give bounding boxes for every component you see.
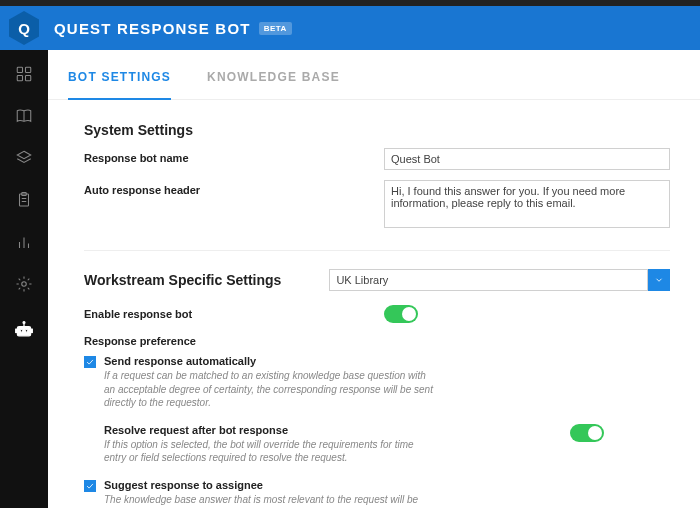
dashboard-icon[interactable] xyxy=(14,64,34,84)
tab-bot-settings[interactable]: BOT SETTINGS xyxy=(68,66,171,100)
svg-point-6 xyxy=(22,282,27,287)
main-panel: BOT SETTINGS KNOWLEDGE BASE System Setti… xyxy=(48,50,700,508)
tab-knowledge-base[interactable]: KNOWLEDGE BASE xyxy=(207,66,340,99)
resolve-toggle[interactable] xyxy=(570,424,604,442)
suggest-desc: The knowledge base answer that is most r… xyxy=(104,493,434,509)
svg-point-8 xyxy=(20,330,23,333)
workstream-selected: UK Library xyxy=(329,269,648,291)
clipboard-icon[interactable] xyxy=(14,190,34,210)
svg-rect-3 xyxy=(26,76,31,81)
send-auto-desc: If a request can be matched to an existi… xyxy=(104,369,434,410)
svg-rect-11 xyxy=(16,329,18,332)
send-auto-title: Send response automatically xyxy=(104,355,570,367)
svg-rect-12 xyxy=(31,329,33,332)
auto-header-label: Auto response header xyxy=(84,180,384,196)
svg-point-9 xyxy=(25,330,28,333)
auto-header-textarea[interactable] xyxy=(384,180,670,228)
sidebar xyxy=(0,50,48,508)
bot-icon[interactable] xyxy=(14,320,34,340)
svg-rect-1 xyxy=(26,67,31,72)
chart-icon[interactable] xyxy=(14,232,34,252)
svg-rect-0 xyxy=(17,67,22,72)
svg-rect-7 xyxy=(17,327,30,336)
resolve-title: Resolve request after bot response xyxy=(104,424,570,436)
svg-point-10 xyxy=(23,322,25,324)
bot-name-input[interactable] xyxy=(384,148,670,170)
tabs: BOT SETTINGS KNOWLEDGE BASE xyxy=(48,50,700,100)
book-icon[interactable] xyxy=(14,106,34,126)
suggest-checkbox[interactable] xyxy=(84,480,96,492)
divider xyxy=(84,250,670,251)
app-logo: Q xyxy=(0,6,48,50)
layers-icon[interactable] xyxy=(14,148,34,168)
response-pref-label: Response preference xyxy=(84,335,384,347)
gear-icon[interactable] xyxy=(14,274,34,294)
suggest-title: Suggest response to assignee xyxy=(104,479,570,491)
workstream-heading: Workstream Specific Settings xyxy=(84,272,281,288)
svg-rect-2 xyxy=(17,76,22,81)
workstream-select[interactable]: UK Library xyxy=(329,269,670,291)
enable-bot-toggle[interactable] xyxy=(384,305,418,323)
app-title: QUEST RESPONSE BOT xyxy=(54,20,251,37)
beta-badge: BETA xyxy=(259,22,292,35)
send-auto-checkbox[interactable] xyxy=(84,356,96,368)
resolve-placeholder xyxy=(84,425,96,437)
resolve-desc: If this option is selected, the bot will… xyxy=(104,438,434,465)
system-settings-heading: System Settings xyxy=(84,122,670,138)
enable-bot-label: Enable response bot xyxy=(84,308,384,320)
logo-letter: Q xyxy=(9,11,39,45)
chevron-down-icon[interactable] xyxy=(648,269,670,291)
app-header: Q QUEST RESPONSE BOT BETA xyxy=(0,6,700,50)
bot-name-label: Response bot name xyxy=(84,148,384,164)
